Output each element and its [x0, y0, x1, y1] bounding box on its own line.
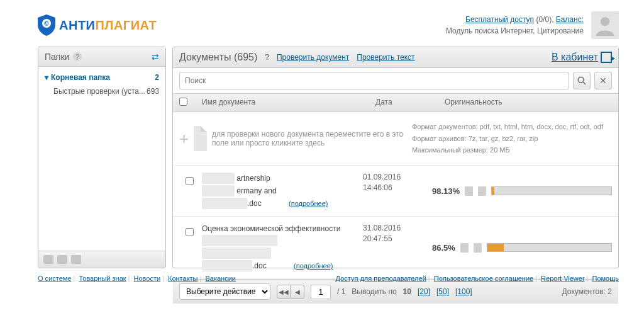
prev-page-button[interactable]: ◀: [291, 285, 304, 299]
footer-link[interactable]: Вакансии: [205, 275, 236, 282]
page-input[interactable]: [311, 285, 331, 299]
edit-icon[interactable]: [57, 255, 67, 264]
first-page-button[interactable]: ◀◀: [277, 285, 291, 299]
tree-root[interactable]: ▾ Корневая папка 2: [38, 71, 165, 84]
per-50-link[interactable]: [50]: [436, 287, 449, 296]
free-access-link[interactable]: Бесплатный доступ: [465, 15, 534, 24]
footer-link[interactable]: О системе: [38, 275, 71, 282]
tree-child[interactable]: Быстрые проверки (уста... 693: [38, 84, 165, 98]
delete-icon[interactable]: [71, 255, 81, 264]
svg-point-2: [601, 17, 609, 26]
balance-link[interactable]: Баланс:: [556, 15, 584, 24]
page-icon[interactable]: [478, 186, 486, 196]
svg-line-4: [583, 82, 586, 84]
page-icon[interactable]: [474, 243, 482, 253]
originality-bar: [491, 186, 612, 195]
user-icon: [594, 14, 616, 36]
logo[interactable]: © АНТИПЛАГИАТ: [38, 14, 157, 36]
search-icon: [577, 76, 586, 85]
exit-icon: [601, 52, 612, 63]
help-icon[interactable]: ?: [73, 52, 82, 61]
help-icon[interactable]: ?: [265, 53, 269, 62]
footer-link[interactable]: Товарный знак: [79, 275, 126, 282]
search-button[interactable]: [573, 72, 591, 89]
originality-pct: 98.13%: [432, 186, 460, 196]
report-icon[interactable]: [460, 243, 469, 253]
footer-left: О системе| Товарный знак| Новости| Конта…: [38, 275, 236, 282]
col-name[interactable]: Имя документа: [196, 94, 369, 111]
per-20-link[interactable]: [20]: [418, 287, 430, 296]
row-checkbox[interactable]: [186, 228, 194, 236]
table-row: artnership ermany and .doc (подробнее) 0…: [173, 166, 618, 217]
header-links: Бесплатный доступ (0/0), Баланс: Модуль …: [446, 14, 584, 37]
folder-icon[interactable]: [43, 255, 53, 264]
originality-bar: [487, 243, 612, 252]
upload-dropzone[interactable]: + для проверки нового документа перемест…: [173, 112, 618, 166]
content: Документы (695) ? Проверить документ Про…: [172, 47, 619, 268]
footer-link[interactable]: Доступ для преподавателей: [336, 275, 426, 282]
footer-link[interactable]: Контакты: [168, 275, 198, 282]
row-checkbox[interactable]: [186, 177, 194, 185]
action-select[interactable]: Выберите действие: [179, 283, 270, 300]
footer-link[interactable]: Помощь: [592, 275, 619, 282]
plus-icon: +: [179, 129, 189, 149]
sidebar-title: Папки: [45, 52, 69, 62]
footer-right: Доступ для преподавателей| Пользовательс…: [336, 275, 619, 282]
check-text-link[interactable]: Проверить текст: [357, 53, 414, 62]
chevron-down-icon: ▾: [45, 73, 48, 82]
footer-link[interactable]: Новости: [134, 275, 161, 282]
table-row: Оценка экономической эффективности .doc …: [173, 217, 618, 279]
svg-text:©: ©: [44, 20, 49, 27]
per-100-link[interactable]: [100]: [455, 287, 472, 296]
table-header: Имя документа Дата Оригинальность: [173, 93, 618, 112]
sidebar: Папки ? ⇄ ▾ Корневая папка 2 Быстрые про…: [38, 47, 166, 268]
document-icon: [194, 126, 207, 151]
details-link[interactable]: (подробнее): [289, 200, 328, 207]
cabinet-link[interactable]: В кабинет: [552, 52, 612, 63]
shield-icon: ©: [38, 14, 55, 36]
sidebar-toggle-icon[interactable]: ⇄: [152, 52, 159, 62]
originality-pct: 86.5%: [432, 243, 455, 253]
footer-link[interactable]: Report Viewer: [541, 275, 585, 282]
footer-link[interactable]: Пользовательское соглашение: [434, 275, 533, 282]
report-icon[interactable]: [465, 186, 473, 196]
details-link[interactable]: (подробнее): [294, 262, 333, 270]
col-orig[interactable]: Оригинальность: [438, 94, 618, 111]
check-document-link[interactable]: Проверить документ: [277, 53, 349, 62]
col-date[interactable]: Дата: [369, 94, 438, 111]
content-title: Документы (695): [179, 52, 257, 63]
clear-button[interactable]: ✕: [594, 72, 612, 89]
avatar[interactable]: [591, 11, 619, 39]
search-input[interactable]: [179, 72, 569, 89]
doc-count: Документов: 2: [562, 287, 613, 296]
select-all-checkbox[interactable]: [179, 98, 187, 106]
